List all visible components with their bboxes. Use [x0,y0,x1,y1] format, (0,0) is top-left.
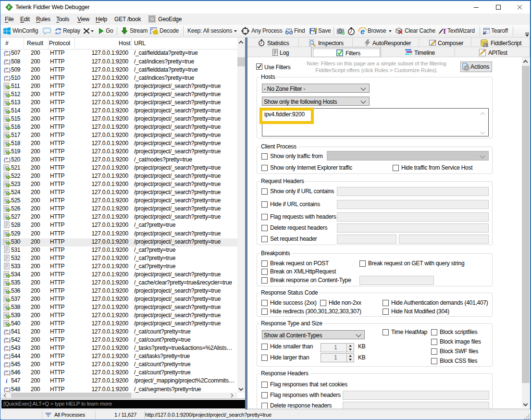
svg-text:T: T [442,27,446,35]
svg-text:on: on [6,373,9,376]
svg-text:js: js [5,361,8,364]
svg-text:js: js [5,59,8,62]
svg-text:js: js [5,337,8,340]
svg-text:js: js [5,345,8,348]
svg-text:js: js [5,75,8,78]
svg-text:on: on [6,78,9,81]
svg-text:on: on [6,332,9,335]
svg-text:js: js [5,67,8,70]
svg-text:on: on [6,365,9,368]
svg-text:on: on [6,62,9,64]
svg-text:F: F [8,5,10,10]
svg-text:js: js [5,50,8,53]
svg-text:on: on [6,340,9,343]
svg-text:on: on [6,53,9,56]
svg-text:on: on [6,348,9,351]
svg-text:on: on [6,70,9,73]
svg-text:js: js [5,370,8,372]
svg-text:on: on [6,389,9,392]
svg-text:e: e [360,27,365,35]
svg-text:js: js [5,386,8,389]
svg-text:js: js [5,157,8,160]
svg-text:on: on [6,357,9,359]
svg-text:i: i [6,378,8,384]
svg-text:js: js [5,353,8,356]
svg-text:on: on [6,160,9,163]
svg-text:js: js [5,329,8,332]
svg-text:JS: JS [484,43,488,47]
